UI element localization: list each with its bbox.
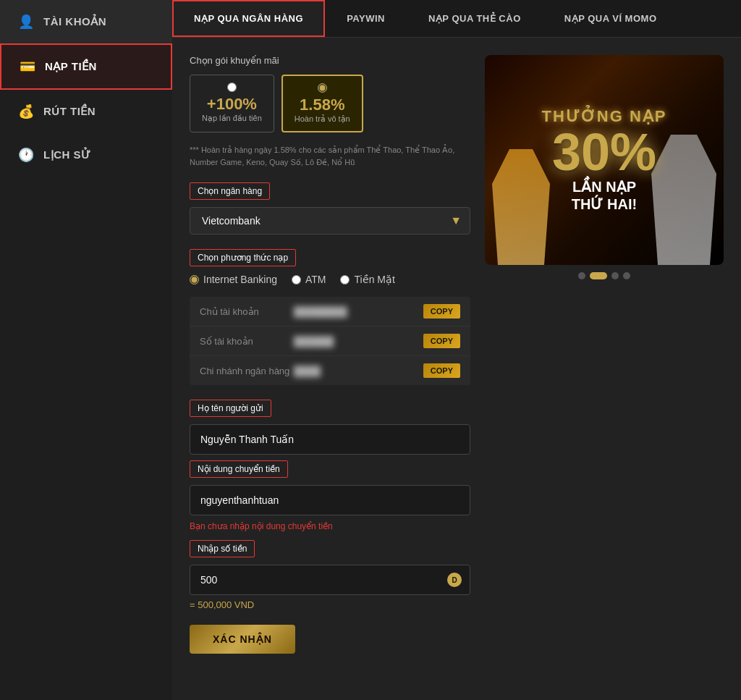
account-field-chu-tai-khoan: Chủ tài khoản ████████ COPY xyxy=(190,297,470,326)
method-label-internet: Internet Banking xyxy=(203,274,277,285)
field-name-chu: Chủ tài khoản xyxy=(200,306,294,317)
method-tien-mat[interactable]: Tiền Mặt xyxy=(340,274,394,285)
select-bank-label: Chọn ngân hàng xyxy=(190,182,270,200)
tab-paywin[interactable]: PAYWIN xyxy=(325,0,407,37)
sidebar-item-label: NẠP TIỀN xyxy=(45,60,97,73)
user-icon: 👤 xyxy=(17,13,35,30)
method-internet-banking[interactable]: Internet Banking xyxy=(190,274,277,285)
form-area: Chọn gói khuyến mãi +100% Nạp lần đầu ti… xyxy=(190,55,470,683)
promo-label-158: Hoàn trả vô tận xyxy=(295,114,350,124)
account-field-so-tai-khoan: Số tài khoản ██████ COPY xyxy=(190,326,470,356)
tab-bar: NẠP QUA NGÂN HÀNG PAYWIN NẠP QUA THẺ CÀO… xyxy=(172,0,741,38)
content-area: Chọn gói khuyến mãi +100% Nạp lần đầu ti… xyxy=(172,38,741,700)
field-value-chi-nhanh: ████ xyxy=(294,366,423,376)
copy-btn-chu[interactable]: COPY xyxy=(423,304,460,319)
payment-methods: Internet Banking ATM Tiền Mặt xyxy=(190,274,470,285)
sidebar-item-label: TÀI KHOẢN xyxy=(43,15,106,28)
field-value-so: ██████ xyxy=(294,336,423,347)
field-name-chi-nhanh: Chi nhánh ngân hàng xyxy=(200,366,294,376)
amount-input[interactable] xyxy=(190,565,470,595)
copy-btn-so[interactable]: COPY xyxy=(423,334,460,348)
sender-name-label: Họ tên người gửi xyxy=(190,400,271,417)
dot-4[interactable] xyxy=(623,272,630,279)
bank-select-wrapper: Vietcombank Vietinbank Agribank BIDV ▼ xyxy=(190,207,470,235)
promo-option-158[interactable]: 1.58% Hoàn trả vô tận xyxy=(281,75,363,132)
promo-options: +100% Nạp lần đầu tiên 1.58% Hoàn trả vô… xyxy=(190,75,470,132)
coin-icon: D xyxy=(447,573,462,587)
deposit-icon: 💳 xyxy=(19,58,36,75)
method-radio-tien-mat[interactable] xyxy=(340,275,350,284)
promo-value-158: 1.58% xyxy=(295,96,350,114)
method-label-atm: ATM xyxy=(305,274,326,285)
promo-radio-158[interactable] xyxy=(318,83,327,93)
sender-name-input[interactable] xyxy=(190,424,470,455)
account-fields: Chủ tài khoản ████████ COPY Số tài khoản… xyxy=(190,297,470,385)
dot-2[interactable] xyxy=(590,272,607,279)
sidebar-item-rut-tien[interactable]: 💰 RÚT TIỀN xyxy=(0,90,172,133)
banner-image: THƯỞNG NẠP 30% LẦN NẠP THỨ HAI! xyxy=(485,55,724,265)
sidebar-item-label: RÚT TIỀN xyxy=(43,105,96,118)
promo-option-100[interactable]: +100% Nạp lần đầu tiên xyxy=(190,75,274,132)
dot-1[interactable] xyxy=(578,272,585,279)
method-label-tien-mat: Tiền Mặt xyxy=(354,274,394,285)
history-icon: 🕐 xyxy=(17,146,35,164)
account-field-chi-nhanh: Chi nhánh ngân hàng ████ COPY xyxy=(190,356,470,385)
withdraw-icon: 💰 xyxy=(17,103,35,120)
amount-label: Nhập số tiền xyxy=(190,540,255,557)
sidebar-item-nap-tien[interactable]: 💳 NẠP TIỀN xyxy=(0,43,172,90)
tab-vi-momo[interactable]: NẠP QUA VÍ MOMO xyxy=(543,0,679,37)
method-atm[interactable]: ATM xyxy=(292,274,326,285)
promo-value-100: +100% xyxy=(202,95,262,114)
field-name-so: Số tài khoản xyxy=(200,336,294,347)
field-value-chu: ████████ xyxy=(294,306,423,317)
select-method-label: Chọn phương thức nạp xyxy=(190,249,296,266)
tab-ngan-hang[interactable]: NẠP QUA NGÂN HÀNG xyxy=(172,0,325,37)
copy-btn-chi-nhanh[interactable]: COPY xyxy=(423,363,460,378)
transfer-content-label: Nội dung chuyển tiền xyxy=(190,460,288,478)
dot-3[interactable] xyxy=(611,272,619,279)
banner-text: THƯỞNG NẠP 30% LẦN NẠP THỨ HAI! xyxy=(542,107,667,213)
method-radio-atm[interactable] xyxy=(292,275,301,284)
promo-radio-100[interactable] xyxy=(227,83,237,92)
amount-wrapper: D xyxy=(190,565,470,595)
method-radio-internet[interactable] xyxy=(190,275,199,284)
sidebar-item-tai-khoan[interactable]: 👤 TÀI KHOẢN xyxy=(0,0,172,43)
main-content: NẠP QUA NGÂN HÀNG PAYWIN NẠP QUA THẺ CÀO… xyxy=(172,0,741,700)
promo-note: *** Hoàn trả hàng ngày 1.58% cho các sản… xyxy=(190,144,470,168)
sidebar-item-lich-su[interactable]: 🕐 LỊCH SỬ xyxy=(0,133,172,177)
transfer-content-input[interactable] xyxy=(190,485,470,515)
transfer-error-msg: Bạn chưa nhập nội dung chuyển tiền xyxy=(190,521,470,531)
promo-title: Chọn gói khuyến mãi xyxy=(190,55,470,66)
promo-label-100: Nạp lần đầu tiên xyxy=(202,114,262,123)
amount-vnd: = 500,000 VND xyxy=(190,599,470,610)
sidebar: 👤 TÀI KHOẢN 💳 NẠP TIỀN 💰 RÚT TIỀN 🕐 LỊCH… xyxy=(0,0,172,700)
banner-dots xyxy=(485,272,724,279)
confirm-button[interactable]: XÁC NHẬN xyxy=(190,625,295,654)
tab-the-cao[interactable]: NẠP QUA THẺ CÀO xyxy=(407,0,543,37)
banner-area: THƯỞNG NẠP 30% LẦN NẠP THỨ HAI! xyxy=(485,55,724,683)
banner-thu-hai-text: THỨ HAI! xyxy=(542,195,667,213)
sidebar-item-label: LỊCH SỬ xyxy=(43,148,91,161)
bank-select[interactable]: Vietcombank Vietinbank Agribank BIDV xyxy=(190,207,470,235)
banner-pct-text: 30% xyxy=(542,126,667,178)
